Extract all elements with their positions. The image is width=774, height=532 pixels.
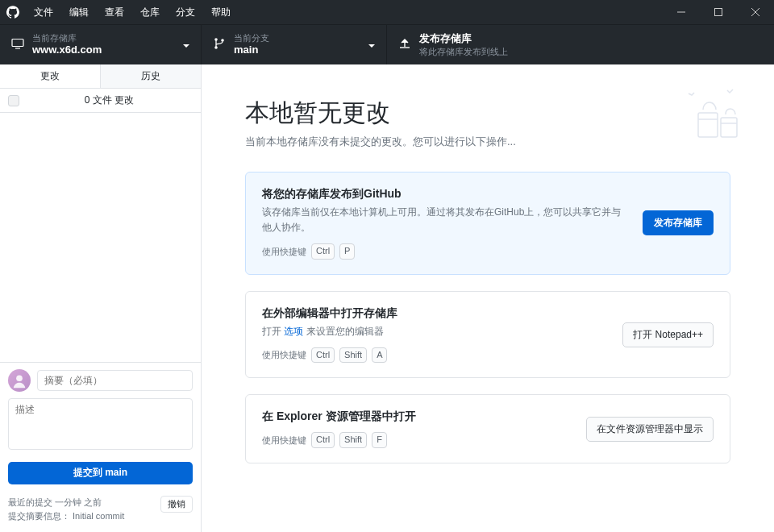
recent-commit-msg: Initial commit (73, 511, 124, 521)
publish-title: 发布存储库 (419, 32, 508, 46)
card-editor-desc-post: 来设置您的编辑器 (306, 326, 384, 337)
commit-form: 提交到 main 撤销 最近的提交 一分钟 之前 提交摘要信息： Initial… (0, 362, 201, 532)
sidebar-tabs: 更改 历史 (0, 64, 201, 89)
card-editor: 在外部编辑器中打开存储库 打开 选项 来设置您的编辑器 使用快捷键 Ctrl S… (245, 291, 730, 379)
card-publish: 将您的存储库发布到GitHub 该存储库当前仅在本地计算机上可用。通过将其发布在… (245, 172, 730, 275)
window-close-button[interactable] (737, 0, 774, 24)
menu-file[interactable]: 文件 (26, 0, 61, 24)
changes-header: 0 文件 更改 (0, 89, 201, 113)
options-link[interactable]: 选项 (284, 326, 303, 337)
svg-point-9 (16, 375, 23, 381)
keycap: A (372, 347, 387, 363)
svg-rect-12 (721, 118, 737, 137)
window-maximize-button[interactable] (700, 0, 737, 24)
menu-help[interactable]: 帮助 (203, 0, 239, 24)
undo-button[interactable]: 撤销 (160, 496, 193, 513)
current-repo-selector[interactable]: 当前存储库 www.x6d.com (0, 25, 202, 64)
no-changes-heading: 本地暂无更改 (245, 97, 730, 130)
card-editor-hint: 使用快捷键 (262, 349, 306, 361)
titlebar: 文件 编辑 查看 仓库 分支 帮助 (0, 0, 774, 24)
tab-history[interactable]: 历史 (101, 64, 201, 88)
sidebar: 更改 历史 0 文件 更改 提交到 main 撤销 最近的提交 一分钟 之前 (0, 64, 202, 532)
commit-description-input[interactable] (8, 398, 193, 450)
commit-summary-input[interactable] (37, 370, 193, 391)
card-publish-hint: 使用快捷键 (262, 246, 306, 258)
avatar (8, 369, 31, 392)
keycap: Shift (339, 432, 367, 447)
repo-label: 当前存储库 (32, 32, 102, 44)
changes-count: 0 文件 更改 (26, 94, 193, 107)
dropdown-caret-icon (368, 39, 375, 51)
svg-rect-10 (698, 113, 718, 137)
repo-name: www.x6d.com (32, 44, 102, 57)
svg-rect-1 (715, 9, 722, 16)
svg-point-8 (221, 39, 224, 42)
keycap: Shift (339, 347, 367, 363)
recent-commit: 撤销 最近的提交 一分钟 之前 提交摘要信息： Initial commit (0, 491, 201, 532)
menu-edit[interactable]: 编辑 (61, 0, 97, 24)
card-editor-title: 在外部编辑器中打开存储库 (262, 306, 610, 321)
menu-view[interactable]: 查看 (97, 0, 132, 24)
card-explorer: 在 Explorer 资源管理器中打开 使用快捷键 Ctrl Shift F 在… (245, 394, 730, 463)
dropdown-caret-icon (183, 39, 189, 51)
open-editor-action[interactable]: 打开 Notepad++ (622, 322, 714, 347)
card-editor-desc-pre: 打开 (262, 326, 281, 337)
computer-icon (11, 37, 24, 52)
card-publish-title: 将您的存储库发布到GitHub (262, 187, 630, 202)
branch-label: 当前分支 (234, 32, 269, 44)
keycap: Ctrl (311, 243, 335, 259)
commit-button[interactable]: 提交到 main (8, 462, 193, 484)
keycap: Ctrl (311, 432, 335, 447)
menu-branch[interactable]: 分支 (168, 0, 203, 24)
changes-list (0, 113, 201, 362)
toolbar: 当前存储库 www.x6d.com 当前分支 main 发布存储库 将此存储库发… (0, 24, 774, 64)
keycap: F (372, 432, 387, 447)
publish-sub: 将此存储库发布到线上 (419, 46, 508, 57)
publish-repo-action[interactable]: 发布存储库 (643, 210, 714, 235)
menu-bar: 文件 编辑 查看 仓库 分支 帮助 (26, 0, 239, 24)
git-branch-icon (213, 37, 226, 52)
tab-changes[interactable]: 更改 (0, 64, 101, 88)
card-explorer-hint: 使用快捷键 (262, 434, 306, 447)
branch-name: main (234, 44, 269, 57)
main-content: 本地暂无更改 当前本地存储库没有未提交的更改。您可以进行以下操作... 将您的存… (202, 64, 774, 532)
show-in-explorer-action[interactable]: 在文件资源管理器中显示 (586, 417, 714, 442)
no-changes-subtitle: 当前本地存储库没有未提交的更改。您可以进行以下操作... (245, 135, 730, 149)
publish-repo-button[interactable]: 发布存储库 将此存储库发布到线上 (387, 25, 774, 64)
select-all-checkbox[interactable] (8, 95, 19, 106)
svg-rect-4 (12, 39, 23, 47)
menu-repo[interactable]: 仓库 (132, 0, 168, 24)
recent-commit-label: 提交摘要信息： (8, 511, 70, 521)
upload-icon (398, 37, 411, 52)
empty-state-illustration (661, 85, 742, 152)
window-minimize-button[interactable] (663, 0, 700, 24)
current-branch-selector[interactable]: 当前分支 main (202, 25, 387, 64)
card-publish-desc: 该存储库当前仅在本地计算机上可用。通过将其发布在GitHub上，您可以共享它并与… (262, 205, 630, 235)
card-explorer-title: 在 Explorer 资源管理器中打开 (262, 409, 573, 424)
keycap: P (339, 243, 355, 259)
keycap: Ctrl (311, 347, 335, 363)
github-logo-icon (0, 6, 26, 19)
